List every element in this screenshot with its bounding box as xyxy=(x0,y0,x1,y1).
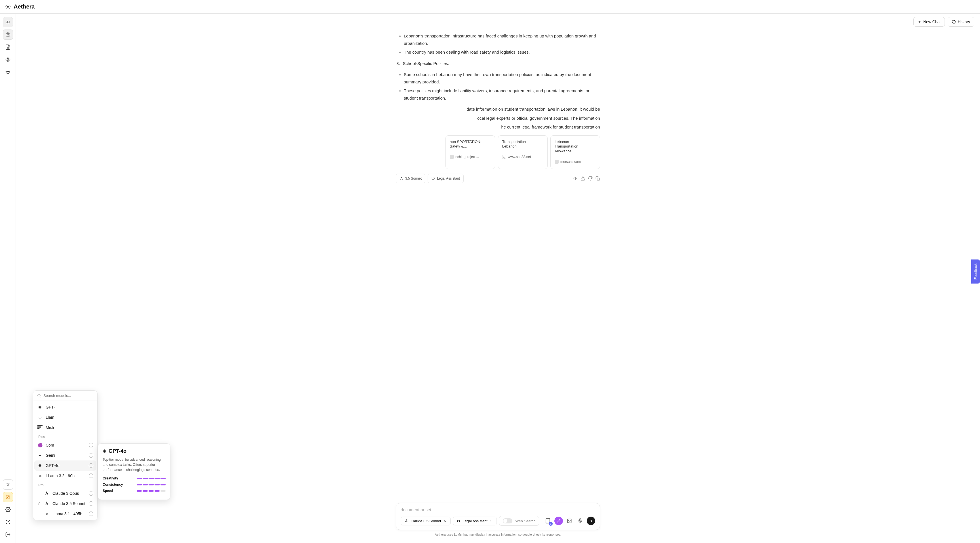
info-icon[interactable]: i xyxy=(89,463,93,468)
assistant-message: Lebanon's transportation infrastructure … xyxy=(396,32,600,183)
info-icon[interactable]: i xyxy=(89,473,93,478)
list-item: Lebanon's transportation infrastructure … xyxy=(404,32,600,47)
model-item[interactable]: ∞Llam xyxy=(34,412,96,422)
sidebar: JJ xyxy=(0,14,16,543)
svg-point-43 xyxy=(568,520,569,520)
copy-icon xyxy=(595,176,600,181)
logout-icon xyxy=(5,532,11,537)
svg-point-12 xyxy=(10,6,11,7)
badge: 1 xyxy=(549,522,553,526)
list-item: Some schools in Lebanon may have their o… xyxy=(404,71,600,85)
model-search xyxy=(33,391,97,401)
web-search-toggle[interactable]: Web Search xyxy=(499,516,539,526)
feedback-tab[interactable]: Feedback xyxy=(971,259,980,283)
svg-point-14 xyxy=(7,35,7,35)
tooltip-metric: Consistency xyxy=(103,482,165,487)
model-item-disabled: ✺OpenAI o1i xyxy=(34,519,96,520)
send-button[interactable] xyxy=(587,517,595,525)
magic-button[interactable] xyxy=(554,517,563,525)
group-label: Pro xyxy=(34,481,96,488)
copy-button[interactable] xyxy=(595,176,600,181)
sidebar-item-logout[interactable] xyxy=(3,529,13,540)
model-item[interactable]: ∞Llama 3.1 - 405bi xyxy=(34,509,96,519)
anthropic-icon xyxy=(404,519,408,523)
model-popup: ✺GPT- ∞Llam Mixtr Plus 🟣Comi ✦Gemii ✺GPT… xyxy=(33,390,97,520)
model-item[interactable]: ✦Gemii xyxy=(34,450,96,460)
svg-point-17 xyxy=(8,32,8,33)
model-selector[interactable]: Claude 3.5 Sonnet xyxy=(401,517,450,525)
user-avatar[interactable]: JJ xyxy=(3,17,13,27)
tooltip-title: GPT-4o xyxy=(108,448,126,454)
thumbs-up-button[interactable] xyxy=(581,176,585,181)
history-icon xyxy=(952,20,956,24)
history-button[interactable]: History xyxy=(948,17,974,27)
info-icon[interactable]: i xyxy=(89,501,93,506)
chat-area: Lebanon's transportation infrastructure … xyxy=(16,30,980,500)
sidebar-item-help[interactable] xyxy=(3,517,13,527)
model-item[interactable]: ✺GPT- xyxy=(34,402,96,412)
model-item[interactable]: ∞LLama 3.2 - 90bi xyxy=(34,471,96,481)
mic-button[interactable] xyxy=(576,517,584,525)
model-item[interactable]: Mixtr xyxy=(34,422,96,433)
toggle[interactable] xyxy=(503,518,512,524)
source-card[interactable]: Lebanon - Transportation Allowance… merc… xyxy=(550,135,600,169)
brand-logo[interactable]: Aethera xyxy=(5,3,35,10)
svg-point-21 xyxy=(8,72,9,72)
sidebar-item-theme[interactable] xyxy=(3,479,13,490)
message-input[interactable] xyxy=(401,507,595,512)
group-label: Plus xyxy=(34,433,96,440)
assistant-selector[interactable]: Legal Assistant xyxy=(453,517,497,525)
info-icon[interactable]: i xyxy=(89,511,93,516)
sidebar-item-documents[interactable] xyxy=(3,42,13,52)
meta-icon: ∞ xyxy=(44,511,49,517)
model-item-gpt4o[interactable]: ✺GPT-4oi xyxy=(34,460,96,471)
composer: Claude 3.5 Sonnet Legal Assistant Web Se… xyxy=(396,503,600,530)
disclaimer: Aethera uses LLMs that may display inacc… xyxy=(33,533,963,536)
plus-icon xyxy=(918,20,921,24)
svg-line-40 xyxy=(560,519,560,519)
composer-area: Claude 3.5 Sonnet Legal Assistant Web Se… xyxy=(16,500,980,543)
brand-name: Aethera xyxy=(14,3,35,10)
sidebar-item-chat[interactable] xyxy=(3,30,13,40)
meta-icon: ∞ xyxy=(37,414,43,420)
wand-icon xyxy=(556,519,561,523)
gear-icon xyxy=(5,507,11,512)
model-list[interactable]: ✺GPT- ∞Llam Mixtr Plus 🟣Comi ✦Gemii ✺GPT… xyxy=(33,401,97,520)
model-item[interactable]: 🟣Comi xyxy=(34,440,96,450)
svg-point-9 xyxy=(8,4,8,5)
tooltip-metric: Creativity xyxy=(103,476,165,480)
source-card[interactable]: Transportation - Lebanon ✎www.sau88.net xyxy=(498,135,547,169)
sidebar-item-persona[interactable] xyxy=(3,67,13,77)
image-button[interactable] xyxy=(565,517,574,525)
sidebar-item-tasks[interactable] xyxy=(3,492,13,502)
thumbs-down-button[interactable] xyxy=(588,176,593,181)
list-item: These policies might include liability w… xyxy=(404,87,600,102)
svg-point-11 xyxy=(5,6,6,7)
svg-line-47 xyxy=(40,397,41,397)
svg-point-15 xyxy=(8,35,9,35)
anthropic-icon xyxy=(44,501,49,506)
content-header: New Chat History xyxy=(16,14,980,30)
svg-point-0 xyxy=(7,6,9,8)
source-card[interactable]: non SPORTATION: Safety &… echlogproject… xyxy=(445,135,495,169)
favicon-icon xyxy=(555,160,558,164)
assistant-chip[interactable]: Legal Assistant xyxy=(428,174,464,183)
model-item[interactable]: Claude 3 Opusi xyxy=(34,488,96,498)
model-item-selected[interactable]: ✓Claude 3.5 Sonneti xyxy=(34,498,96,509)
new-chat-button[interactable]: New Chat xyxy=(913,17,945,27)
model-chip[interactable]: 3.5 Sonnet xyxy=(396,174,425,183)
speak-button[interactable] xyxy=(573,176,578,181)
info-icon[interactable]: i xyxy=(89,443,93,447)
command-icon: 🟣 xyxy=(37,442,43,448)
model-search-input[interactable] xyxy=(43,393,93,398)
info-icon[interactable]: i xyxy=(89,491,93,495)
paragraph-fragment: he current legal framework for student t… xyxy=(396,123,600,131)
document-icon xyxy=(5,44,11,50)
sidebar-item-settings[interactable] xyxy=(3,505,13,514)
openai-icon: ✺ xyxy=(103,449,107,454)
svg-point-46 xyxy=(38,394,40,397)
mask-icon xyxy=(431,177,435,180)
sidebar-item-apps[interactable] xyxy=(3,54,13,65)
info-icon[interactable]: i xyxy=(89,453,93,458)
library-button[interactable]: 1 xyxy=(544,517,552,525)
